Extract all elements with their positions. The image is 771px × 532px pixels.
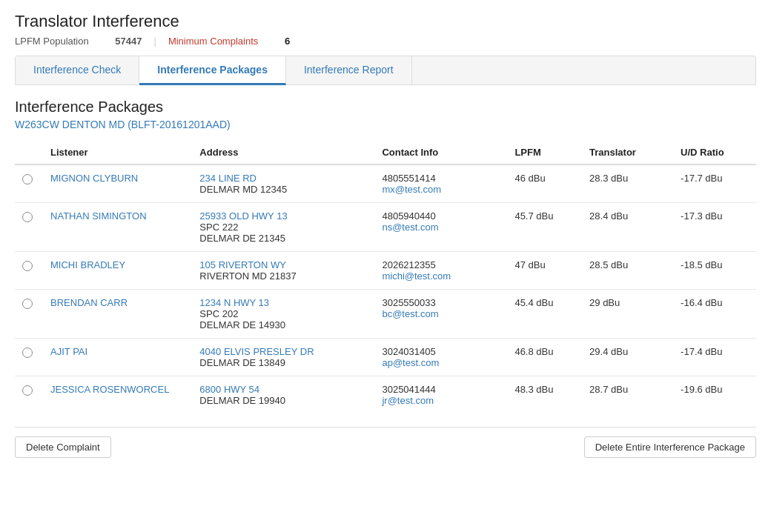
min-complaints-label: Minimum Complaints	[168, 36, 258, 47]
table-row: BRENDAN CARR1234 N HWY 13SPC 202DELMAR D…	[15, 290, 756, 339]
address-line1-0[interactable]: 234 LINE RD	[199, 173, 257, 184]
contact-email-1[interactable]: ns@test.com	[382, 222, 438, 233]
row-radio-5[interactable]	[22, 385, 33, 396]
translator-value-0: 28.3 dBu	[582, 164, 673, 203]
address-line1-1[interactable]: 25933 OLD HWY 13	[199, 210, 287, 222]
col-radio	[15, 141, 43, 164]
address-line1-3[interactable]: 1234 N HWY 13	[199, 297, 269, 308]
address-line3-3: DELMAR DE 14930	[199, 319, 285, 330]
lpfm-value-1: 45.7 dBu	[507, 203, 582, 252]
tab-interference-report[interactable]: Interference Report	[286, 56, 412, 84]
delete-package-button[interactable]: Delete Entire Interference Package	[584, 436, 756, 458]
station-label: W263CW DENTON MD (BLFT-20161201AAD)	[15, 119, 756, 130]
row-radio-4[interactable]	[22, 348, 33, 358]
ud-ratio-value-5: -19.6 dBu	[673, 376, 756, 414]
table-row: MICHI BRADLEY105 RIVERTON WYRIVERTON MD …	[15, 252, 756, 290]
address-line2-1: SPC 222	[199, 222, 238, 233]
row-radio-3[interactable]	[22, 299, 33, 309]
contact-email-2[interactable]: michi@test.com	[382, 270, 451, 282]
ud-ratio-value-3: -16.4 dBu	[673, 290, 756, 339]
table-row: MIGNON CLYBURN234 LINE RDDELMAR MD 12345…	[15, 164, 756, 203]
address-line3-1: DELMAR DE 21345	[199, 233, 285, 244]
delete-complaint-button[interactable]: Delete Complaint	[15, 436, 111, 458]
address-line1-2[interactable]: 105 RIVERTON WY	[199, 259, 286, 270]
lpfm-value-0: 46 dBu	[507, 164, 582, 203]
meta-row: LPFM Population 57447 | Minimum Complain…	[15, 36, 756, 47]
row-radio-2[interactable]	[22, 261, 33, 271]
col-address: Address	[192, 141, 374, 164]
ud-ratio-value-4: -17.4 dBu	[673, 339, 756, 376]
address-line1-5[interactable]: 6800 HWY 54	[199, 384, 259, 395]
listener-name-3[interactable]: BRENDAN CARR	[50, 297, 128, 308]
table-row: AJIT PAI4040 ELVIS PRESLEY DRDELMAR DE 1…	[15, 339, 756, 376]
listener-name-2[interactable]: MICHI BRADLEY	[50, 259, 125, 270]
lpfm-value-2: 47 dBu	[507, 252, 582, 290]
contact-email-5[interactable]: jr@test.com	[382, 395, 434, 406]
ud-ratio-value-1: -17.3 dBu	[673, 203, 756, 252]
footer-row: Delete Complaint Delete Entire Interfere…	[15, 427, 756, 458]
col-translator: Translator	[582, 141, 673, 164]
col-listener: Listener	[43, 141, 192, 164]
page-title: Translator Interference	[15, 12, 756, 31]
tab-interference-check[interactable]: Interference Check	[16, 56, 139, 84]
address-line2-2: RIVERTON MD 21837	[199, 270, 296, 282]
row-radio-0[interactable]	[22, 174, 33, 184]
population-label: LPFM Population	[15, 36, 89, 47]
section-title: Interference Packages	[15, 99, 756, 116]
address-line2-4: DELMAR DE 13849	[199, 357, 285, 368]
lpfm-value-4: 46.8 dBu	[507, 339, 582, 376]
translator-value-5: 28.7 dBu	[582, 376, 673, 414]
address-line1-4[interactable]: 4040 ELVIS PRESLEY DR	[199, 346, 314, 357]
col-lpfm: LPFM	[507, 141, 582, 164]
ud-ratio-value-2: -18.5 dBu	[673, 252, 756, 290]
contact-phone-4: 3024031405	[382, 346, 435, 357]
listener-name-1[interactable]: NATHAN SIMINGTON	[50, 210, 147, 222]
translator-value-4: 29.4 dBu	[582, 339, 673, 376]
translator-value-3: 29 dBu	[582, 290, 673, 339]
table-row: JESSICA ROSENWORCEL6800 HWY 54DELMAR DE …	[15, 376, 756, 414]
address-line2-5: DELMAR DE 19940	[199, 395, 285, 406]
address-line2-0: DELMAR MD 12345	[199, 184, 287, 195]
table-row: NATHAN SIMINGTON25933 OLD HWY 13SPC 222D…	[15, 203, 756, 252]
ud-ratio-value-0: -17.7 dBu	[673, 164, 756, 203]
contact-phone-2: 2026212355	[382, 259, 435, 270]
translator-value-1: 28.4 dBu	[582, 203, 673, 252]
contact-email-3[interactable]: bc@test.com	[382, 308, 438, 319]
col-ud-ratio: U/D Ratio	[673, 141, 756, 164]
contact-phone-5: 3025041444	[382, 384, 435, 395]
interference-packages-table: Listener Address Contact Info LPFM Trans…	[15, 141, 756, 413]
listener-name-5[interactable]: JESSICA ROSENWORCEL	[50, 384, 169, 395]
tab-interference-packages[interactable]: Interference Packages	[139, 56, 286, 85]
address-line2-3: SPC 202	[199, 308, 238, 319]
translator-value-2: 28.5 dBu	[582, 252, 673, 290]
listener-name-4[interactable]: AJIT PAI	[50, 346, 87, 357]
contact-phone-1: 4805940440	[382, 210, 435, 222]
tabs-container: Interference Check Interference Packages…	[15, 56, 756, 85]
contact-phone-3: 3025550033	[382, 297, 435, 308]
min-complaints-value: 6	[285, 36, 290, 47]
contact-email-0[interactable]: mx@test.com	[382, 184, 441, 195]
population-value: 57447	[115, 36, 142, 47]
listener-name-0[interactable]: MIGNON CLYBURN	[50, 173, 138, 184]
table-header-row: Listener Address Contact Info LPFM Trans…	[15, 141, 756, 164]
meta-divider: |	[154, 36, 156, 47]
col-contact: Contact Info	[374, 141, 507, 164]
lpfm-value-3: 45.4 dBu	[507, 290, 582, 339]
contact-email-4[interactable]: ap@test.com	[382, 357, 439, 368]
contact-phone-0: 4805551414	[382, 173, 435, 184]
row-radio-1[interactable]	[22, 212, 33, 222]
lpfm-value-5: 48.3 dBu	[507, 376, 582, 414]
